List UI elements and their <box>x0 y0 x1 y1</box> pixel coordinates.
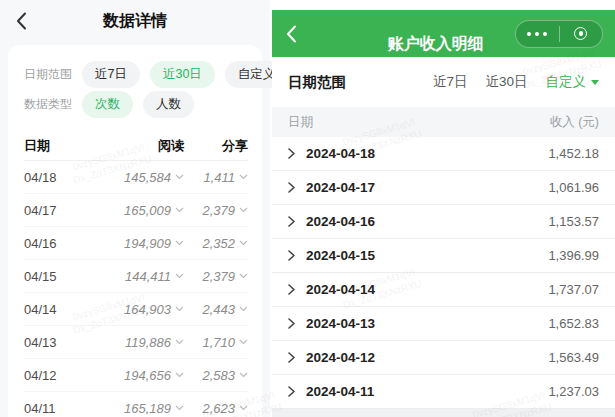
chevron-down-icon[interactable] <box>175 405 184 411</box>
chevron-down-icon[interactable] <box>175 273 184 279</box>
income-row[interactable]: 2024-04-11 1,237.03 <box>272 375 615 409</box>
table-row: 04/15 144,411 2,379 <box>24 260 248 293</box>
chevron-down-icon[interactable] <box>239 306 248 312</box>
status-bar <box>272 0 615 10</box>
income-rows: 2024-04-18 1,452.18 2024-04-17 1,061.96 … <box>272 137 615 409</box>
miniprogram-capsule <box>515 20 603 48</box>
data-type-option-count[interactable]: 次数 <box>82 91 133 118</box>
more-icon[interactable] <box>516 32 559 36</box>
chevron-right-icon <box>288 148 295 159</box>
chevron-down-icon[interactable] <box>175 207 184 213</box>
data-detail-screen: 数据详情 日期范围 近7日 近30日 自定义 数据类型 次数 人数 日期 阅读 … <box>0 0 270 417</box>
chevron-down-icon[interactable] <box>239 372 248 378</box>
data-type-option-people[interactable]: 人数 <box>143 91 194 118</box>
date-range-option-7d[interactable]: 近7日 <box>82 61 140 88</box>
back-icon[interactable] <box>286 25 297 43</box>
screenshot-stage: 数据详情 日期范围 近7日 近30日 自定义 数据类型 次数 人数 日期 阅读 … <box>0 0 615 417</box>
chevron-down-icon[interactable] <box>175 339 184 345</box>
chevron-down-icon[interactable] <box>175 306 184 312</box>
chevron-down-icon[interactable] <box>239 174 248 180</box>
date-range-option-30d[interactable]: 近30日 <box>485 73 527 91</box>
date-range-label: 日期范围 <box>24 66 82 83</box>
income-row[interactable]: 2024-04-17 1,061.96 <box>272 171 615 205</box>
date-range-label: 日期范围 <box>288 73 346 92</box>
chevron-right-icon <box>288 386 295 397</box>
income-row[interactable]: 2024-04-13 1,652.83 <box>272 307 615 341</box>
date-range-filter: 日期范围 近7日 近30日 自定义 <box>272 57 615 107</box>
chevron-down-icon[interactable] <box>239 273 248 279</box>
table-header: 日期 收入 (元) <box>272 107 615 137</box>
income-row[interactable]: 2024-04-16 1,153.57 <box>272 205 615 239</box>
income-row[interactable]: 2024-04-15 1,396.99 <box>272 239 615 273</box>
chevron-down-icon[interactable] <box>175 174 184 180</box>
page-title: 账户收入明细 <box>388 34 484 55</box>
chevron-right-icon <box>288 182 295 193</box>
column-shares: 分享 <box>184 137 248 155</box>
chevron-right-icon <box>288 216 295 227</box>
chevron-down-icon[interactable] <box>239 405 248 411</box>
income-row[interactable]: 2024-04-12 1,563.49 <box>272 341 615 375</box>
data-card: 日期范围 近7日 近30日 自定义 数据类型 次数 人数 日期 阅读 分享 04… <box>8 45 262 417</box>
table-row: 04/17 165,009 2,379 <box>24 194 248 227</box>
data-detail-header: 数据详情 <box>0 0 270 42</box>
chevron-down-icon[interactable] <box>175 372 184 378</box>
income-row[interactable]: 2024-04-18 1,452.18 <box>272 137 615 171</box>
chevron-down-icon[interactable] <box>239 339 248 345</box>
chevron-right-icon <box>288 352 295 363</box>
page-title: 数据详情 <box>103 11 167 32</box>
table-row: 04/16 194,909 2,352 <box>24 227 248 260</box>
column-income: 收入 (元) <box>550 114 599 131</box>
table-row: 04/14 164,903 2,443 <box>24 293 248 326</box>
table-row: 04/12 194,656 2,583 <box>24 359 248 392</box>
chevron-right-icon <box>288 284 295 295</box>
chevron-down-icon[interactable] <box>239 207 248 213</box>
date-range-filter: 日期范围 近7日 近30日 自定义 <box>24 59 248 89</box>
table-header: 日期 阅读 分享 <box>24 131 248 161</box>
data-type-filter: 数据类型 次数 人数 <box>24 89 248 119</box>
table-row: 04/18 145,584 1,411 <box>24 161 248 194</box>
date-range-option-7d[interactable]: 近7日 <box>433 73 468 91</box>
table-row: 04/11 165,189 2,623 <box>24 392 248 417</box>
date-range-option-custom[interactable]: 自定义 <box>546 73 600 91</box>
chevron-right-icon <box>288 318 295 329</box>
target-icon[interactable] <box>560 27 603 40</box>
chevron-down-icon <box>591 80 599 85</box>
table-row: 04/13 119,886 1,710 <box>24 326 248 359</box>
column-reads: 阅读 <box>80 137 184 155</box>
column-date: 日期 <box>288 114 313 131</box>
income-header: 账户收入明细 <box>272 10 615 57</box>
income-row[interactable]: 2024-04-14 1,737.07 <box>272 273 615 307</box>
date-range-option-30d[interactable]: 近30日 <box>150 61 215 88</box>
income-detail-screen: 账户收入明细 日期范围 近7日 近30日 自定义 日期 收入 (元) <box>272 0 615 417</box>
chevron-down-icon[interactable] <box>239 240 248 246</box>
chevron-right-icon <box>288 250 295 261</box>
back-icon[interactable] <box>16 12 27 30</box>
data-type-label: 数据类型 <box>24 96 82 113</box>
column-date: 日期 <box>24 137 80 155</box>
chevron-down-icon[interactable] <box>175 240 184 246</box>
